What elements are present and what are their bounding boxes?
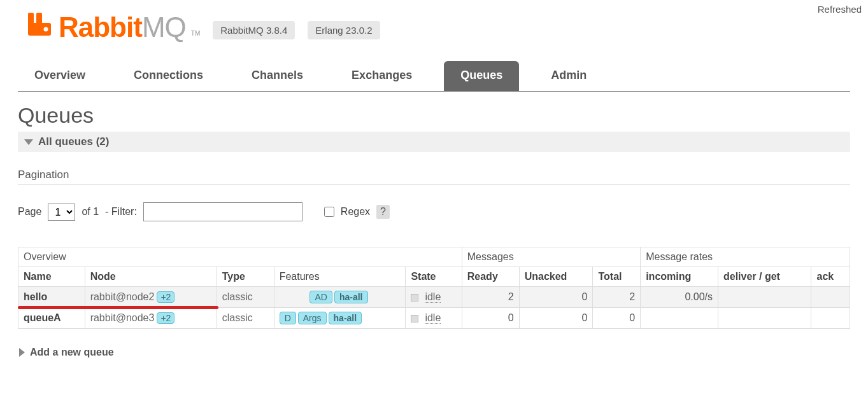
table-row: hellorabbit@node2+2classicADha-allidle20… — [18, 287, 850, 308]
feature-badge[interactable]: ha-all — [329, 312, 362, 324]
logo-row: RabbitMQ TM RabbitMQ 3.8.4 Erlang 23.0.2 — [27, 11, 868, 43]
state-text: idle — [425, 312, 441, 324]
total-cell: 2 — [593, 287, 641, 308]
col-state[interactable]: State — [406, 267, 462, 287]
page-title: Queues — [18, 103, 850, 128]
logo-text: RabbitMQ — [59, 11, 186, 43]
type-cell: classic — [217, 308, 274, 329]
page-label: Page — [18, 206, 41, 218]
ack-cell — [811, 287, 850, 308]
deliver-cell — [718, 308, 811, 329]
col-node[interactable]: Node — [85, 267, 217, 287]
logo-mq: MQ — [142, 11, 186, 43]
node-plus-badge[interactable]: +2 — [157, 312, 174, 324]
col-name[interactable]: Name — [18, 267, 85, 287]
unacked-cell: 0 — [519, 287, 593, 308]
incoming-cell — [641, 308, 718, 329]
total-cell: 0 — [593, 308, 641, 329]
ready-cell: 0 — [462, 308, 519, 329]
features-cell: ADha-all — [274, 287, 406, 308]
regex-checkbox[interactable] — [324, 207, 334, 217]
logo-rabbit: Rabbit — [59, 11, 142, 43]
tab-admin[interactable]: Admin — [534, 61, 603, 91]
incoming-cell: 0.00/s — [641, 287, 718, 308]
all-queues-section[interactable]: All queues (2) — [18, 132, 850, 152]
col-group-messages: Messages — [462, 247, 640, 267]
node-cell: rabbit@node2+2 — [85, 287, 217, 308]
queue-name-link[interactable]: hello — [24, 291, 47, 302]
tab-overview[interactable]: Overview — [18, 61, 102, 91]
state-indicator-icon — [411, 315, 418, 322]
col-ack[interactable]: ack — [811, 267, 850, 287]
of-pages: of 1 — [82, 206, 99, 218]
add-queue-section[interactable]: Add a new queue — [19, 347, 850, 358]
refresh-status[interactable]: Refreshed — [818, 4, 862, 15]
logo[interactable]: RabbitMQ TM — [27, 11, 200, 43]
queue-name-link[interactable]: queueA — [24, 312, 61, 323]
rabbitmq-version-badge: RabbitMQ 3.8.4 — [213, 21, 295, 39]
tab-exchanges[interactable]: Exchanges — [335, 61, 429, 91]
add-queue-label: Add a new queue — [30, 347, 114, 358]
features-cell: DArgsha-all — [274, 308, 406, 329]
state-cell: idle — [406, 308, 462, 329]
chevron-down-icon — [24, 139, 33, 145]
node-plus-badge[interactable]: +2 — [157, 291, 174, 303]
ack-cell — [811, 308, 850, 329]
type-cell: classic — [217, 287, 274, 308]
pagination-header: Pagination — [18, 169, 850, 184]
col-incoming[interactable]: incoming — [641, 267, 718, 287]
page-select[interactable]: 1 — [48, 204, 75, 221]
logo-tm: TM — [191, 30, 200, 37]
filter-label: - Filter: — [105, 206, 137, 218]
feature-badge[interactable]: AD — [309, 291, 332, 303]
col-deliver[interactable]: deliver / get — [718, 267, 811, 287]
feature-badge[interactable]: Args — [298, 312, 327, 324]
node-cell: rabbit@node3+2 — [85, 308, 217, 329]
svg-point-3 — [44, 27, 48, 32]
col-group-overview: Overview — [18, 247, 462, 267]
col-group-rates: Message rates — [641, 247, 850, 267]
col-ready[interactable]: Ready — [462, 267, 519, 287]
state-indicator-icon — [411, 294, 418, 301]
state-cell: idle — [406, 287, 462, 308]
deliver-cell — [718, 287, 811, 308]
col-features[interactable]: Features — [274, 267, 406, 287]
header: RabbitMQ TM RabbitMQ 3.8.4 Erlang 23.0.2 — [0, 0, 868, 43]
regex-help[interactable]: ? — [376, 205, 390, 219]
col-unacked[interactable]: Unacked — [519, 267, 593, 287]
state-text: idle — [425, 291, 441, 303]
tab-connections[interactable]: Connections — [117, 61, 220, 91]
unacked-cell: 0 — [519, 308, 593, 329]
filter-input[interactable] — [143, 202, 302, 221]
rabbitmq-logo-icon — [27, 11, 52, 39]
nav-tabs: Overview Connections Channels Exchanges … — [18, 61, 850, 92]
tab-channels[interactable]: Channels — [235, 61, 320, 91]
erlang-version-badge: Erlang 23.0.2 — [308, 21, 380, 39]
feature-badge[interactable]: ha-all — [334, 291, 368, 303]
filter-row: Page 1 of 1 - Filter: Regex ? — [18, 202, 850, 221]
ready-cell: 2 — [462, 287, 519, 308]
tab-queues[interactable]: Queues — [444, 61, 519, 91]
col-type[interactable]: Type — [217, 267, 274, 287]
all-queues-label: All queues (2) — [38, 135, 109, 148]
col-total[interactable]: Total — [593, 267, 641, 287]
chevron-right-icon — [19, 348, 25, 357]
regex-label: Regex — [341, 206, 370, 218]
table-row: queueArabbit@node3+2classicDArgsha-allid… — [18, 308, 850, 329]
main: Queues All queues (2) Pagination Page 1 … — [0, 92, 868, 358]
queues-table: Overview Messages Message rates Name Nod… — [18, 247, 850, 329]
feature-badge[interactable]: D — [280, 312, 296, 324]
